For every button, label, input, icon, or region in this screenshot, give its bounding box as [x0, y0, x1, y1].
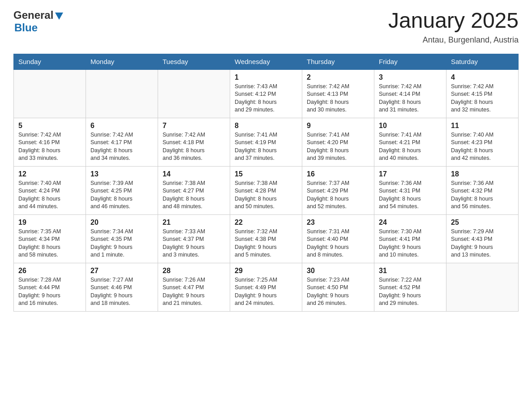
day-info: Sunrise: 7:41 AM Sunset: 4:19 PM Dayligh…: [235, 131, 297, 163]
col-header-monday: Monday: [86, 54, 158, 69]
col-header-saturday: Saturday: [446, 54, 519, 69]
calendar-cell: 29Sunrise: 7:25 AM Sunset: 4:49 PM Dayli…: [230, 263, 302, 311]
calendar-cell: 5Sunrise: 7:42 AM Sunset: 4:16 PM Daylig…: [14, 118, 86, 166]
day-info: Sunrise: 7:40 AM Sunset: 4:24 PM Dayligh…: [18, 180, 81, 211]
day-info: Sunrise: 7:22 AM Sunset: 4:52 PM Dayligh…: [379, 276, 442, 308]
calendar-cell: [446, 263, 519, 311]
day-number: 10: [379, 122, 442, 130]
day-number: 2: [307, 73, 369, 81]
col-header-tuesday: Tuesday: [158, 54, 230, 69]
day-number: 5: [18, 122, 81, 130]
calendar-header-row: SundayMondayTuesdayWednesdayThursdayFrid…: [14, 54, 519, 69]
day-info: Sunrise: 7:38 AM Sunset: 4:27 PM Dayligh…: [163, 180, 225, 211]
day-number: 19: [18, 218, 81, 227]
day-info: Sunrise: 7:41 AM Sunset: 4:20 PM Dayligh…: [307, 131, 369, 163]
calendar-cell: 26Sunrise: 7:28 AM Sunset: 4:44 PM Dayli…: [14, 263, 86, 311]
calendar-cell: 4Sunrise: 7:42 AM Sunset: 4:15 PM Daylig…: [446, 69, 519, 118]
calendar-cell: [86, 69, 158, 118]
day-info: Sunrise: 7:36 AM Sunset: 4:31 PM Dayligh…: [379, 180, 442, 211]
logo: General Blue: [13, 9, 64, 34]
day-number: 7: [163, 122, 225, 130]
day-number: 23: [307, 218, 369, 227]
calendar-subtitle: Antau, Burgenland, Austria: [388, 35, 519, 45]
day-number: 31: [379, 267, 442, 275]
day-info: Sunrise: 7:42 AM Sunset: 4:15 PM Dayligh…: [451, 83, 514, 114]
calendar-cell: 24Sunrise: 7:30 AM Sunset: 4:41 PM Dayli…: [374, 214, 446, 263]
calendar-cell: 10Sunrise: 7:41 AM Sunset: 4:21 PM Dayli…: [374, 118, 446, 166]
calendar-cell: 15Sunrise: 7:38 AM Sunset: 4:28 PM Dayli…: [230, 166, 302, 214]
day-number: 29: [235, 267, 297, 275]
day-number: 25: [451, 218, 514, 227]
day-info: Sunrise: 7:30 AM Sunset: 4:41 PM Dayligh…: [379, 228, 442, 259]
day-info: Sunrise: 7:42 AM Sunset: 4:16 PM Dayligh…: [18, 131, 81, 163]
day-number: 20: [90, 218, 153, 227]
day-info: Sunrise: 7:34 AM Sunset: 4:35 PM Dayligh…: [90, 228, 153, 259]
calendar-cell: 6Sunrise: 7:42 AM Sunset: 4:17 PM Daylig…: [86, 118, 158, 166]
day-info: Sunrise: 7:41 AM Sunset: 4:21 PM Dayligh…: [379, 131, 442, 163]
col-header-sunday: Sunday: [14, 54, 86, 69]
calendar-cell: 21Sunrise: 7:33 AM Sunset: 4:37 PM Dayli…: [158, 214, 230, 263]
logo-general-text: General: [13, 9, 53, 21]
day-info: Sunrise: 7:43 AM Sunset: 4:12 PM Dayligh…: [235, 83, 297, 114]
calendar-cell: 14Sunrise: 7:38 AM Sunset: 4:27 PM Dayli…: [158, 166, 230, 214]
calendar-cell: 1Sunrise: 7:43 AM Sunset: 4:12 PM Daylig…: [230, 69, 302, 118]
calendar-cell: 7Sunrise: 7:42 AM Sunset: 4:18 PM Daylig…: [158, 118, 230, 166]
calendar-cell: 17Sunrise: 7:36 AM Sunset: 4:31 PM Dayli…: [374, 166, 446, 214]
calendar-cell: 12Sunrise: 7:40 AM Sunset: 4:24 PM Dayli…: [14, 166, 86, 214]
day-number: 4: [451, 73, 514, 81]
day-info: Sunrise: 7:29 AM Sunset: 4:43 PM Dayligh…: [451, 228, 514, 259]
day-info: Sunrise: 7:36 AM Sunset: 4:32 PM Dayligh…: [451, 180, 514, 211]
svg-marker-0: [55, 13, 63, 20]
calendar-cell: 28Sunrise: 7:26 AM Sunset: 4:47 PM Dayli…: [158, 263, 230, 311]
calendar-cell: 30Sunrise: 7:23 AM Sunset: 4:50 PM Dayli…: [302, 263, 374, 311]
calendar-cell: 9Sunrise: 7:41 AM Sunset: 4:20 PM Daylig…: [302, 118, 374, 166]
col-header-wednesday: Wednesday: [230, 54, 302, 69]
col-header-thursday: Thursday: [302, 54, 374, 69]
day-number: 30: [307, 267, 369, 275]
calendar-week-row: 26Sunrise: 7:28 AM Sunset: 4:44 PM Dayli…: [14, 263, 519, 311]
day-info: Sunrise: 7:31 AM Sunset: 4:40 PM Dayligh…: [307, 228, 369, 259]
day-number: 6: [90, 122, 153, 130]
day-number: 3: [379, 73, 442, 81]
logo-triangle-icon: [54, 11, 64, 21]
calendar-cell: 23Sunrise: 7:31 AM Sunset: 4:40 PM Dayli…: [302, 214, 374, 263]
day-info: Sunrise: 7:23 AM Sunset: 4:50 PM Dayligh…: [307, 276, 369, 308]
day-info: Sunrise: 7:42 AM Sunset: 4:17 PM Dayligh…: [90, 131, 153, 163]
day-info: Sunrise: 7:40 AM Sunset: 4:23 PM Dayligh…: [451, 131, 514, 163]
calendar-cell: 2Sunrise: 7:42 AM Sunset: 4:13 PM Daylig…: [302, 69, 374, 118]
day-number: 15: [235, 170, 297, 178]
day-info: Sunrise: 7:27 AM Sunset: 4:46 PM Dayligh…: [90, 276, 153, 308]
day-number: 8: [235, 122, 297, 130]
calendar-cell: [14, 69, 86, 118]
day-info: Sunrise: 7:42 AM Sunset: 4:18 PM Dayligh…: [163, 131, 225, 163]
calendar-table: SundayMondayTuesdayWednesdayThursdayFrid…: [13, 54, 519, 312]
calendar-week-row: 5Sunrise: 7:42 AM Sunset: 4:16 PM Daylig…: [14, 118, 519, 166]
calendar-cell: 13Sunrise: 7:39 AM Sunset: 4:25 PM Dayli…: [86, 166, 158, 214]
day-number: 14: [163, 170, 225, 178]
day-number: 21: [163, 218, 225, 227]
day-info: Sunrise: 7:33 AM Sunset: 4:37 PM Dayligh…: [163, 228, 225, 259]
day-info: Sunrise: 7:42 AM Sunset: 4:14 PM Dayligh…: [379, 83, 442, 114]
calendar-cell: 20Sunrise: 7:34 AM Sunset: 4:35 PM Dayli…: [86, 214, 158, 263]
day-info: Sunrise: 7:39 AM Sunset: 4:25 PM Dayligh…: [90, 180, 153, 211]
day-number: 9: [307, 122, 369, 130]
day-number: 1: [235, 73, 297, 81]
day-info: Sunrise: 7:32 AM Sunset: 4:38 PM Dayligh…: [235, 228, 297, 259]
calendar-cell: 16Sunrise: 7:37 AM Sunset: 4:29 PM Dayli…: [302, 166, 374, 214]
calendar-week-row: 19Sunrise: 7:35 AM Sunset: 4:34 PM Dayli…: [14, 214, 519, 263]
day-info: Sunrise: 7:42 AM Sunset: 4:13 PM Dayligh…: [307, 83, 369, 114]
day-number: 27: [90, 267, 153, 275]
calendar-cell: 19Sunrise: 7:35 AM Sunset: 4:34 PM Dayli…: [14, 214, 86, 263]
day-number: 26: [18, 267, 81, 275]
day-info: Sunrise: 7:28 AM Sunset: 4:44 PM Dayligh…: [18, 276, 81, 308]
day-number: 24: [379, 218, 442, 227]
day-number: 13: [90, 170, 153, 178]
logo-blue-text: Blue: [14, 21, 38, 34]
day-info: Sunrise: 7:38 AM Sunset: 4:28 PM Dayligh…: [235, 180, 297, 211]
calendar-cell: 18Sunrise: 7:36 AM Sunset: 4:32 PM Dayli…: [446, 166, 519, 214]
day-number: 28: [163, 267, 225, 275]
calendar-week-row: 1Sunrise: 7:43 AM Sunset: 4:12 PM Daylig…: [14, 69, 519, 118]
day-number: 22: [235, 218, 297, 227]
calendar-cell: 22Sunrise: 7:32 AM Sunset: 4:38 PM Dayli…: [230, 214, 302, 263]
calendar-cell: 27Sunrise: 7:27 AM Sunset: 4:46 PM Dayli…: [86, 263, 158, 311]
